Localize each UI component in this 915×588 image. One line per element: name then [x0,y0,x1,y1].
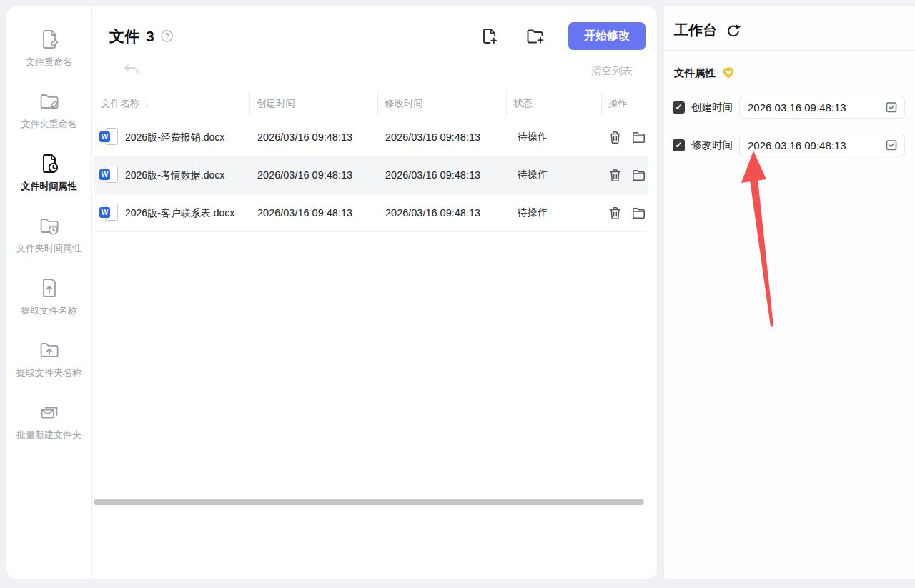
page-title-text: 文件 [109,26,139,46]
delete-icon[interactable] [609,131,621,144]
row-actions [601,131,648,144]
check-icon: ✓ [675,140,682,150]
created-time-input[interactable]: 2026.03.16 09:48:13 [739,96,905,119]
file-manager-card: 文件重命名 文件夹重命名 文件时间属性 [6,6,658,579]
workbench-header: 工作台 [674,21,915,40]
file-name-cell: W 2026版-经费报销.docx [94,124,249,151]
file-name: 2026版-经费报销.docx [125,131,248,144]
sidebar-item-batch-new-folder[interactable]: 批量新建文件夹 [6,395,92,457]
horizontal-scrollbar[interactable] [94,499,644,505]
sort-desc-icon[interactable]: ↓ [144,98,149,109]
sidebar-item-extract-file-name[interactable]: 提取文件名称 [6,271,92,333]
created-time: 2026/03/16 09:48:13 [249,169,377,181]
svg-text:?: ? [164,32,169,40]
file-list-panel: 文件 3 ? 开始修改 [92,6,657,579]
batch-new-folder-icon [38,401,61,424]
modified-time-input[interactable]: 2026.03.16 09:48:13 [739,134,905,156]
sidebar-item-label: 文件夹时间属性 [16,242,81,255]
table-row[interactable]: W 2026版-考情数据.docx 2026/03/16 09:48:13 20… [94,156,648,194]
sidebar-item-label: 提取文件夹名称 [16,367,81,379]
sidebar-item-label: 提取文件名称 [21,304,77,317]
sidebar-item-label: 批量新建文件夹 [16,429,81,442]
created-time: 2026/03/16 09:48:13 [249,131,377,143]
sidebar-item-label: 文件夹重命名 [21,118,77,131]
word-file-icon: W [99,165,118,185]
folder-clock-icon [38,214,61,237]
folder-rename-icon [38,90,61,113]
file-count: 3 [146,28,154,45]
clear-list-button[interactable]: 清空列表 [591,64,633,78]
status-label: 待操作 [506,206,601,219]
modified-time: 2026/03/16 09:48:13 [377,131,506,143]
open-folder-icon[interactable] [632,169,646,181]
file-table: 文件名称 ↓ 创建时间 修改时间 状态 操作 W 2026版-经费报销.docx… [94,89,648,232]
help-icon[interactable]: ? [160,29,174,46]
date-picker-icon[interactable] [884,138,899,152]
start-modify-button[interactable]: 开始修改 [568,22,646,50]
file-name-cell: W 2026版-客户联系表.docx [94,199,249,226]
delete-icon[interactable] [609,206,621,220]
modified-time-label: 修改时间 [691,139,733,152]
file-clock-icon [38,152,61,175]
open-folder-icon[interactable] [632,131,646,144]
app-window: 文件重命名 文件夹重命名 文件时间属性 [6,6,915,579]
row-actions [601,206,648,220]
created-time: 2026/03/16 09:48:13 [249,207,377,219]
add-file-button[interactable] [480,26,500,46]
undo-icon[interactable] [122,63,141,79]
sidebar-item-extract-folder-name[interactable]: 提取文件夹名称 [6,333,92,395]
sidebar-item-label: 文件时间属性 [21,180,77,193]
table-row[interactable]: W 2026版-经费报销.docx 2026/03/16 09:48:13 20… [94,119,648,156]
check-icon: ✓ [675,102,682,112]
status-label: 待操作 [506,131,601,144]
created-time-value: 2026.03.16 09:48:13 [748,101,846,114]
file-name: 2026版-考情数据.docx [125,169,248,181]
created-time-field: ✓ 创建时间 2026.03.16 09:48:13 [673,96,905,119]
add-folder-button[interactable] [525,26,545,46]
column-header-created: 创建时间 [249,89,377,119]
delete-icon[interactable] [609,169,621,182]
table-header-row: 文件名称 ↓ 创建时间 修改时间 状态 操作 [94,89,648,119]
modified-time-checkbox[interactable]: ✓ [673,139,685,151]
table-row[interactable]: W 2026版-客户联系表.docx 2026/03/16 09:48:13 2… [94,194,648,232]
file-name-cell: W 2026版-考情数据.docx [94,161,249,189]
modified-time-value: 2026.03.16 09:48:13 [748,139,846,151]
created-time-label: 创建时间 [691,101,733,114]
modified-time: 2026/03/16 09:48:13 [377,169,506,181]
modified-time-field: ✓ 修改时间 2026.03.16 09:48:13 [673,134,905,156]
created-time-checkbox[interactable]: ✓ [673,101,685,114]
workbench-title: 工作台 [674,21,717,40]
column-header-actions: 操作 [601,89,648,119]
column-header-status: 状态 [506,89,601,119]
page-title: 文件 3 [109,26,154,46]
modified-time: 2026/03/16 09:48:13 [377,207,506,219]
workbench-panel: 工作台 文件属性 ✓ 创建时间 2026.03.16 09:48:13 [663,6,915,579]
list-toolbar: 清空列表 [122,61,644,80]
file-export-icon [38,276,61,299]
sidebar-item-label: 文件重命名 [26,56,72,69]
word-file-icon: W [99,127,118,147]
folder-export-icon [38,339,61,362]
file-rename-icon [38,28,61,51]
file-attributes-label: 文件属性 [674,66,716,80]
file-name: 2026版-客户联系表.docx [125,206,248,219]
word-file-icon: W [99,203,118,223]
file-list-header: 文件 3 ? 开始修改 [109,22,646,50]
refresh-icon[interactable] [726,24,741,39]
file-attributes-section: 文件属性 [674,66,915,80]
sidebar-item-file-rename[interactable]: 文件重命名 [6,22,92,84]
sidebar-item-file-time-attr[interactable]: 文件时间属性 [6,146,92,209]
vip-badge-icon [721,66,736,80]
sidebar-item-folder-rename[interactable]: 文件夹重命名 [6,84,92,146]
sidebar: 文件重命名 文件夹重命名 文件时间属性 [6,6,92,579]
column-header-name[interactable]: 文件名称 ↓ [94,89,249,119]
open-folder-icon[interactable] [632,207,646,219]
sidebar-item-folder-time-attr[interactable]: 文件夹时间属性 [6,209,92,271]
date-picker-icon[interactable] [884,100,899,114]
row-actions [601,169,648,182]
status-label: 待操作 [506,169,601,181]
workbench-divider [664,50,915,51]
column-header-modified: 修改时间 [377,89,506,119]
